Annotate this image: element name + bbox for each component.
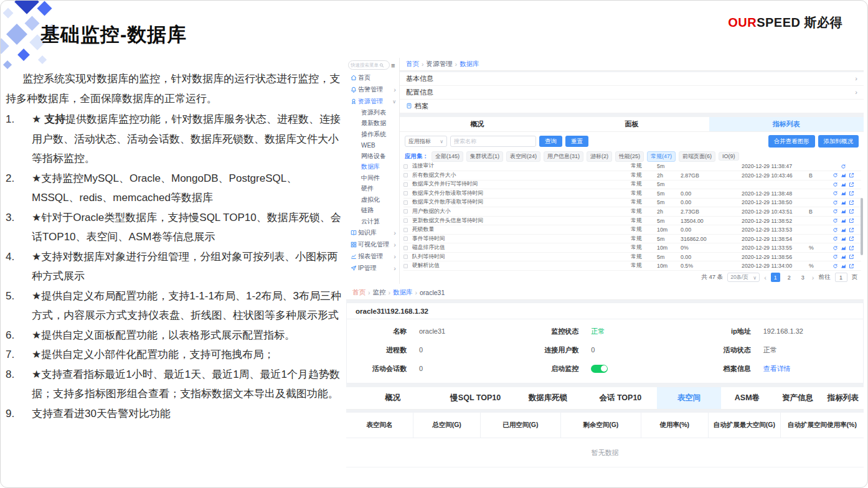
table-row[interactable]: 事件等待时间常规5m316862.002020-12-29 11:38:54 <box>403 235 861 244</box>
open-link-icon[interactable] <box>849 254 854 260</box>
sidebar-item-resources[interactable]: 资源管理 <box>346 95 399 107</box>
tab-asm[interactable]: ASM卷 <box>721 387 773 409</box>
chart-icon[interactable] <box>841 209 846 214</box>
sidebar-subitem-latest-data[interactable]: 最新数据 <box>346 118 399 129</box>
refresh-icon[interactable] <box>841 164 846 169</box>
open-link-icon[interactable] <box>849 227 854 233</box>
tab-session-top10[interactable]: 会话 TOP10 <box>584 387 656 409</box>
row-checkbox[interactable] <box>403 264 412 268</box>
table-row[interactable]: 连接审计常规5m2020-12-29 11:38:47 <box>403 162 861 171</box>
tab-overview[interactable]: 概况 <box>346 387 440 409</box>
chart-icon[interactable] <box>841 172 846 178</box>
refresh-icon[interactable] <box>833 245 838 251</box>
chip-frontend[interactable]: 前端页面(6) <box>679 151 715 162</box>
refresh-icon[interactable] <box>833 190 838 196</box>
open-link-icon[interactable] <box>849 245 854 251</box>
refresh-icon[interactable] <box>833 263 838 269</box>
tab-slow-sql[interactable]: 慢SQL TOP10 <box>440 387 512 409</box>
refresh-icon[interactable] <box>833 209 838 214</box>
metric-type-select[interactable]: 应用指标 <box>405 136 447 147</box>
chart-icon[interactable] <box>841 254 846 260</box>
breadcrumb-monitor[interactable]: 监控 <box>373 288 386 297</box>
refresh-icon[interactable] <box>833 254 838 260</box>
metric-search-input[interactable] <box>450 136 536 147</box>
page-1[interactable]: 1 <box>771 273 780 282</box>
sidebar-subitem-database[interactable]: 数据库 <box>346 162 399 173</box>
page-2[interactable]: 2 <box>785 273 794 282</box>
sidebar-item-visualization[interactable]: 可视化管理 <box>346 239 399 251</box>
table-row[interactable]: 死锁数量常规10m0.002020-12-29 11:33:53 <box>403 225 861 235</box>
monitor-toggle[interactable] <box>591 365 608 373</box>
open-link-icon[interactable] <box>849 200 854 205</box>
chip-userinfo[interactable]: 用户信息(31) <box>544 151 583 162</box>
chip-general[interactable]: 常规(47) <box>647 151 676 162</box>
chip-cluster[interactable]: 集群状态(1) <box>466 151 503 162</box>
tab-overview[interactable]: 概况 <box>400 117 554 131</box>
open-link-icon[interactable] <box>849 236 854 242</box>
sidebar-search-input[interactable] <box>351 62 379 68</box>
row-checkbox[interactable] <box>403 173 412 177</box>
chart-icon[interactable] <box>841 227 846 233</box>
next-page-icon[interactable]: › <box>812 274 814 281</box>
page-size-select[interactable]: 20条/页 <box>727 273 760 282</box>
chip-all[interactable]: 全部(145) <box>432 151 463 162</box>
table-row[interactable]: 所有数据文件大小常规2h2.87GB2020-12-29 10:43:46B <box>403 171 861 181</box>
sidebar-subitem-cloud[interactable]: 云计算 <box>346 216 399 227</box>
row-checkbox[interactable] <box>403 209 412 214</box>
table-row[interactable]: 数据库文件并行写等待时间常规5m <box>403 181 861 190</box>
view-details-link[interactable]: 查看详情 <box>763 364 791 373</box>
breadcrumb-home[interactable]: 首页 <box>352 288 366 297</box>
row-checkbox[interactable] <box>403 255 412 259</box>
sidebar-item-alerts[interactable]: 告警管理 <box>346 83 399 95</box>
row-checkbox[interactable] <box>403 228 412 232</box>
page-3[interactable]: 3 <box>798 273 808 282</box>
chart-icon[interactable] <box>841 263 846 269</box>
add-to-overview-button[interactable]: 添加到概况 <box>818 135 859 148</box>
refresh-icon[interactable] <box>833 227 838 233</box>
row-checkbox[interactable] <box>403 246 412 250</box>
sidebar-subitem-os[interactable]: 操作系统 <box>346 129 399 140</box>
breadcrumb-database[interactable]: 数据库 <box>393 288 413 297</box>
open-link-icon[interactable] <box>849 218 854 223</box>
open-link-icon[interactable] <box>849 190 854 196</box>
query-button[interactable]: 查询 <box>539 136 562 147</box>
tab-metric-list[interactable]: 指标列表 <box>822 387 864 409</box>
table-row[interactable]: 队列等待时间常规5m0.002020-12-29 11:38:56 <box>403 253 861 262</box>
sidebar-search-box[interactable] <box>348 60 390 70</box>
tab-panel[interactable]: 面板 <box>554 117 709 131</box>
refresh-icon[interactable] <box>833 236 838 242</box>
refresh-icon[interactable] <box>833 182 838 187</box>
row-checkbox[interactable] <box>403 191 412 195</box>
table-scrollbar[interactable] <box>861 198 863 255</box>
refresh-icon[interactable] <box>833 172 838 178</box>
chip-tablespace[interactable]: 表空间(24) <box>506 151 540 162</box>
chart-icon[interactable] <box>841 190 846 196</box>
tab-deadlock[interactable]: 数据库死锁 <box>512 387 584 409</box>
chip-performance[interactable]: 性能(25) <box>615 151 644 162</box>
sidebar-subitem-resource-list[interactable]: 资源列表 <box>346 107 399 118</box>
chart-icon[interactable] <box>841 200 846 205</box>
row-checkbox[interactable] <box>403 237 412 241</box>
tab-tablespace[interactable]: 表空间 <box>657 387 722 409</box>
breadcrumb-database[interactable]: 数据库 <box>460 60 479 68</box>
sidebar-subitem-links[interactable]: 链路 <box>346 205 399 217</box>
sidebar-item-reports[interactable]: 报表管理 <box>346 251 399 263</box>
chart-icon[interactable] <box>841 236 846 242</box>
breadcrumb-resources[interactable]: 资源管理 <box>427 60 453 68</box>
goto-page-input[interactable] <box>835 273 847 282</box>
row-checkbox[interactable] <box>403 218 412 223</box>
table-row[interactable]: 更新数据文件头信息等待时间常规5m13504.002020-12-29 11:3… <box>403 217 861 226</box>
open-link-icon[interactable] <box>849 182 854 187</box>
sidebar-subitem-virtualization[interactable]: 虚拟化 <box>346 194 399 205</box>
row-checkbox[interactable] <box>403 200 412 205</box>
open-link-icon[interactable] <box>849 263 854 269</box>
refresh-icon[interactable] <box>833 218 838 223</box>
table-row[interactable]: 数据库文件散序读取等待时间常规5m0.002020-12-29 11:38:50 <box>403 199 861 208</box>
table-row[interactable]: 用户数据的大小常规2h2.73GB2020-12-29 10:43:51B <box>403 207 861 217</box>
chip-cursor[interactable]: 游标(2) <box>587 151 612 162</box>
breadcrumb-instance[interactable]: oracle31 <box>420 289 445 296</box>
merge-view-button[interactable]: 合并查看图形 <box>768 135 815 148</box>
open-link-icon[interactable] <box>849 172 854 178</box>
sidebar-item-knowledge[interactable]: 知识库 <box>346 227 399 239</box>
sidebar-subitem-middleware[interactable]: 中间件 <box>346 172 399 184</box>
